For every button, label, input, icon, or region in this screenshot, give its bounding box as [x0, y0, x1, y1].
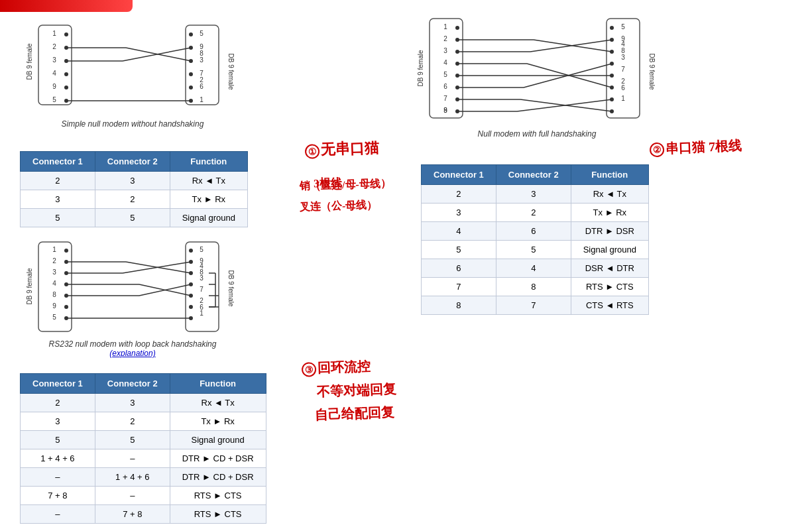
loopback-caption: RS232 null modem with loop back handshak…	[20, 339, 245, 358]
table-row: 32Tx ► Rx	[21, 190, 248, 209]
svg-text:6: 6	[621, 84, 625, 91]
diagram-full-handshaking: DB 9 female 1 2 3 4 5 6 7 8 9 5 9 4 8 3 …	[411, 12, 663, 125]
table-row: 55Signal ground	[422, 241, 649, 259]
svg-point-46	[455, 26, 459, 30]
svg-point-8	[64, 32, 68, 36]
svg-rect-14	[186, 25, 219, 105]
table-row: 55Signal ground	[21, 431, 266, 449]
simple-table: Connector 1 Connector 2 Function 23Rx ◄ …	[20, 151, 248, 227]
svg-text:DB 9 female: DB 9 female	[417, 50, 424, 86]
svg-text:5: 5	[443, 71, 447, 78]
table-row: 78RTS ► CTS	[422, 278, 649, 296]
svg-point-12	[64, 86, 68, 89]
svg-text:3: 3	[621, 54, 625, 61]
th-conn1-t2: Connector 1	[422, 165, 496, 185]
th-func-t3: Function	[170, 374, 266, 394]
th-conn2-t3: Connector 2	[95, 374, 170, 394]
diagram-simple-null-modem: DB 9 female 1 2 3 4 9 5 5 9 8 3 7 2 6 1	[20, 12, 245, 125]
svg-text:2: 2	[52, 43, 56, 50]
svg-text:3: 3	[52, 268, 56, 276]
annotation-5: ②串口猫 7根线	[650, 137, 742, 158]
diagram-loopback: DB 9 female 1 2 3 4 8 9 5 5 9 4 8 3 7 2 …	[20, 239, 245, 348]
table-simple-null-modem: Connector 1 Connector 2 Function 23Rx ◄ …	[20, 151, 248, 227]
svg-point-117	[189, 305, 193, 309]
svg-text:9: 9	[443, 107, 447, 114]
svg-text:7: 7	[443, 95, 447, 102]
th-conn1-t3: Connector 1	[21, 374, 95, 394]
svg-point-23	[189, 32, 193, 36]
svg-text:5: 5	[200, 246, 203, 253]
svg-point-100	[64, 305, 68, 309]
table-full-handshaking: Connector 1 Connector 2 Function 23Rx ◄ …	[421, 164, 649, 315]
annotation-8: 自己给配回复	[302, 403, 395, 425]
svg-text:4: 4	[52, 70, 56, 77]
loopback-table: Connector 1 Connector 2 Function 23Rx ◄ …	[20, 373, 266, 524]
svg-rect-36	[430, 19, 463, 118]
svg-text:3: 3	[443, 47, 447, 54]
svg-text:5: 5	[621, 23, 625, 30]
svg-text:6: 6	[443, 83, 447, 90]
table-row: 87CTS ◄ RTS	[422, 296, 649, 315]
svg-rect-1	[38, 25, 72, 105]
svg-point-11	[64, 72, 68, 76]
svg-text:5: 5	[52, 96, 56, 103]
svg-text:9: 9	[52, 302, 56, 310]
svg-point-112	[189, 249, 193, 253]
svg-text:5: 5	[200, 30, 203, 37]
svg-text:8: 8	[52, 291, 56, 298]
table-row: –1 + 4 + 6DTR ► CD + DSR	[21, 468, 266, 487]
svg-text:1: 1	[200, 310, 203, 317]
svg-text:1: 1	[52, 246, 56, 253]
simple-null-modem-caption: Simple null modem without handshaking	[20, 119, 245, 129]
table-row: 1 + 4 + 6–DTR ► CD + DSR	[21, 449, 266, 468]
svg-text:DB 9 female: DB 9 female	[227, 53, 235, 89]
annotation-1: ①无串口猫	[304, 138, 379, 161]
th-func-t2: Function	[571, 165, 648, 185]
table-row: 55Signal ground	[21, 209, 248, 227]
svg-text:7: 7	[200, 286, 203, 293]
svg-text:2: 2	[52, 257, 56, 264]
svg-point-64	[610, 26, 614, 30]
svg-text:1: 1	[621, 95, 625, 102]
table-row: 46DTR ► DSR	[422, 222, 649, 241]
svg-text:4: 4	[443, 59, 447, 66]
th-func-t1: Function	[170, 152, 247, 172]
svg-text:3: 3	[200, 56, 203, 64]
svg-text:DB 9 female: DB 9 female	[26, 268, 33, 304]
svg-text:DB 9 female: DB 9 female	[648, 53, 656, 89]
table-row: 64DSR ◄ DTR	[422, 259, 649, 278]
table-row: 23Rx ◄ Tx	[21, 172, 248, 190]
svg-text:9: 9	[52, 83, 56, 90]
top-bar	[0, 0, 133, 12]
svg-text:DB 9 female: DB 9 female	[26, 43, 33, 80]
annotation-4: 叉连（公-母线）	[300, 198, 378, 215]
annotation-7: 不等对端回复	[304, 380, 397, 402]
svg-text:3: 3	[200, 274, 203, 282]
svg-text:7: 7	[621, 66, 625, 73]
table-row: 32Tx ► Rx	[422, 204, 649, 222]
svg-text:1: 1	[443, 23, 447, 30]
table-loopback: Connector 1 Connector 2 Function 23Rx ◄ …	[20, 373, 266, 529]
svg-text:5: 5	[52, 314, 56, 321]
annotation-3: 销（直连/母-母线）	[300, 176, 391, 194]
svg-point-26	[189, 72, 193, 76]
svg-text:2: 2	[443, 35, 447, 42]
svg-text:1: 1	[52, 30, 56, 37]
full-handshaking-caption: Null modem with full handshaking	[411, 129, 663, 139]
table-row: 7 + 8–RTS ► CTS	[21, 487, 266, 505]
annotation-6: ③回环流控	[302, 357, 371, 378]
svg-point-27	[189, 86, 193, 89]
th-conn2-t1: Connector 2	[95, 152, 170, 172]
table-row: –7 + 8RTS ► CTS	[21, 505, 266, 524]
table-row: 23Rx ◄ Tx	[21, 394, 266, 412]
table-row: 23Rx ◄ Tx	[422, 185, 649, 204]
th-conn2-t2: Connector 2	[496, 165, 571, 185]
table-row: 32Tx ► Rx	[21, 412, 266, 431]
svg-point-95	[64, 249, 68, 253]
svg-text:3: 3	[52, 56, 56, 64]
svg-text:1: 1	[200, 96, 203, 103]
explanation-link[interactable]: (explanation)	[109, 349, 155, 358]
svg-text:6: 6	[200, 83, 203, 90]
th-conn1-t1: Connector 1	[21, 152, 95, 172]
svg-text:4: 4	[52, 280, 56, 287]
